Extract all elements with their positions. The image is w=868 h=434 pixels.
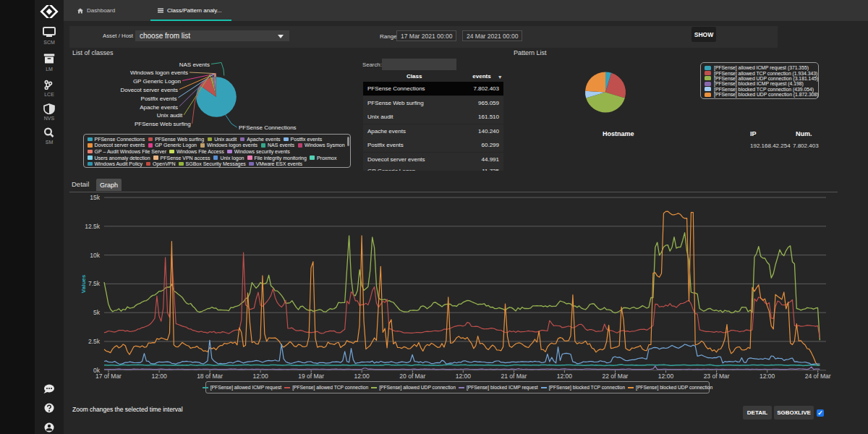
svg-text:12.5k: 12.5k (85, 223, 101, 230)
svg-text:15k: 15k (90, 194, 100, 201)
svg-text:19 of Mar: 19 of Mar (298, 373, 324, 380)
svg-text:12:00: 12:00 (354, 373, 370, 380)
svg-text:Unix audit: Unix audit (157, 112, 183, 119)
svg-text:GP Generic Logon: GP Generic Logon (133, 78, 181, 85)
svg-text:7.5k: 7.5k (88, 280, 101, 287)
svg-text:Postfix events: Postfix events (141, 95, 177, 102)
svg-text:22 of Mar: 22 of Mar (603, 373, 629, 380)
svg-text:21 of Mar: 21 of Mar (501, 373, 527, 380)
svg-text:20 of Mar: 20 of Mar (399, 373, 425, 380)
svg-text:Apache events: Apache events (140, 104, 178, 111)
svg-text:2.5k: 2.5k (88, 338, 101, 345)
svg-text:12:00: 12:00 (456, 373, 472, 380)
svg-text:12:00: 12:00 (658, 373, 674, 380)
svg-text:18 of Mar: 18 of Mar (197, 373, 223, 380)
svg-text:PFSense Web surfing: PFSense Web surfing (135, 121, 191, 127)
svg-text:10k: 10k (90, 252, 100, 259)
svg-text:12:00: 12:00 (760, 373, 775, 380)
svg-text:23 of Mar: 23 of Mar (704, 373, 730, 380)
svg-text:17 of Mar: 17 of Mar (95, 373, 122, 380)
svg-text:12:00: 12:00 (557, 373, 573, 380)
svg-text:NAS events: NAS events (179, 61, 210, 68)
svg-text:12:00: 12:00 (151, 373, 167, 380)
svg-text:24 of Mar: 24 of Mar (805, 373, 831, 380)
svg-text:PFSense Connections: PFSense Connections (239, 124, 297, 131)
svg-text:12:00: 12:00 (252, 373, 268, 380)
svg-text:Windows logon events: Windows logon events (130, 69, 188, 76)
svg-text:5k: 5k (93, 309, 101, 316)
svg-text:Dovecot server events: Dovecot server events (120, 87, 178, 93)
